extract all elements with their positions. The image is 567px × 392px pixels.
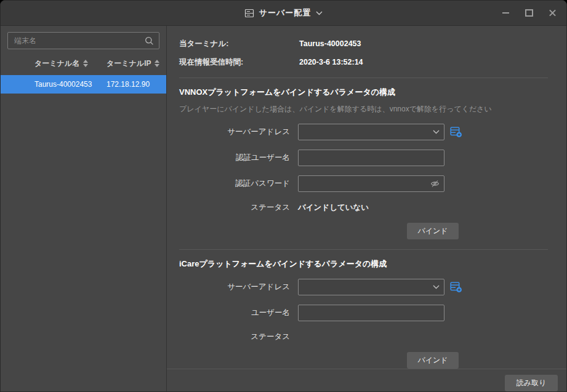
search-input[interactable] <box>13 36 145 46</box>
vnnox-server-label: サーバーアドレス <box>179 127 290 137</box>
current-terminal-label: 当ターミナル: <box>179 39 299 49</box>
icare-username-field <box>298 305 444 321</box>
app-window: サーバー配置 <box>0 0 567 392</box>
chevron-down-icon <box>316 11 323 15</box>
sort-icon[interactable] <box>83 60 88 67</box>
vnnox-server-select[interactable] <box>298 124 444 140</box>
read-button[interactable]: 読み取り <box>505 375 558 391</box>
column-terminal-name: ターミナル名 <box>34 58 79 69</box>
page-title: サーバー配置 <box>259 7 312 18</box>
footer-bar: 読み取り <box>167 369 566 392</box>
window-menu[interactable]: サーバー配置 <box>244 7 323 18</box>
sort-icon[interactable] <box>155 60 159 67</box>
vnnox-username-label: 認証ユーザー名 <box>179 153 290 163</box>
icare-server-select[interactable] <box>298 279 444 295</box>
terminal-table-header: ターミナル名 ターミナルIP <box>1 52 166 75</box>
vnnox-status-label: ステータス <box>179 202 290 213</box>
table-row[interactable]: Taurus-40002453 172.18.12.90 <box>1 75 166 94</box>
vnnox-password-input[interactable] <box>303 179 430 189</box>
chevron-down-icon <box>433 285 440 289</box>
server-config-icon <box>244 9 254 18</box>
close-icon[interactable] <box>548 9 557 17</box>
chevron-down-icon <box>433 130 440 134</box>
icare-username-label: ユーザー名 <box>179 308 290 318</box>
vnnox-password-field <box>298 175 444 192</box>
search-icon[interactable] <box>145 36 154 46</box>
eye-off-icon[interactable] <box>430 180 440 188</box>
minimize-icon[interactable] <box>501 9 510 17</box>
icare-server-label: サーバーアドレス <box>179 282 290 292</box>
terminal-search <box>7 32 159 49</box>
vnnox-section-note: プレイヤーにバインドした場合は、バインドを解除する時は、vnnoxで解除を行って… <box>179 104 566 114</box>
vnnox-username-field <box>298 150 444 166</box>
icare-bind-button[interactable]: バインド <box>407 352 459 369</box>
titlebar: サーバー配置 <box>1 1 566 26</box>
add-server-icon[interactable] <box>450 281 462 293</box>
icare-status-label: ステータス <box>179 332 290 342</box>
window-controls <box>501 1 557 25</box>
current-terminal-value: Taurus-40002453 <box>299 39 361 48</box>
vnnox-section-title: VNNOXプラットフォームをバインドするパラメータの構成 <box>179 87 566 98</box>
receive-time-value: 2020-3-6 13:52:14 <box>299 58 363 66</box>
vnnox-bind-button[interactable]: バインド <box>407 223 459 239</box>
icare-section-title: iCareプラットフォームをバインドするパラメータの構成 <box>179 258 566 270</box>
vnnox-password-label: 認証パスワード <box>179 178 290 189</box>
terminal-info: 当ターミナル: Taurus-40002453 現在情報受信時間: 2020-3… <box>167 26 566 71</box>
column-terminal-ip: ターミナルIP <box>107 58 151 69</box>
section-divider <box>179 249 548 250</box>
vnnox-status-value: バインドしていない <box>298 202 369 213</box>
add-server-icon[interactable] <box>450 126 462 138</box>
icare-username-input[interactable] <box>303 308 440 318</box>
terminal-ip: 172.18.12.90 <box>107 80 150 89</box>
server-config-panel: 当ターミナル: Taurus-40002453 現在情報受信時間: 2020-3… <box>167 26 566 391</box>
maximize-icon[interactable] <box>525 9 533 17</box>
terminal-name: Taurus-40002453 <box>34 80 92 89</box>
section-divider <box>179 78 548 78</box>
receive-time-label: 現在情報受信時間: <box>179 57 299 68</box>
terminal-sidebar: ターミナル名 ターミナルIP Taurus-40002453 172.18.12… <box>1 26 167 391</box>
vnnox-username-input[interactable] <box>303 153 440 163</box>
